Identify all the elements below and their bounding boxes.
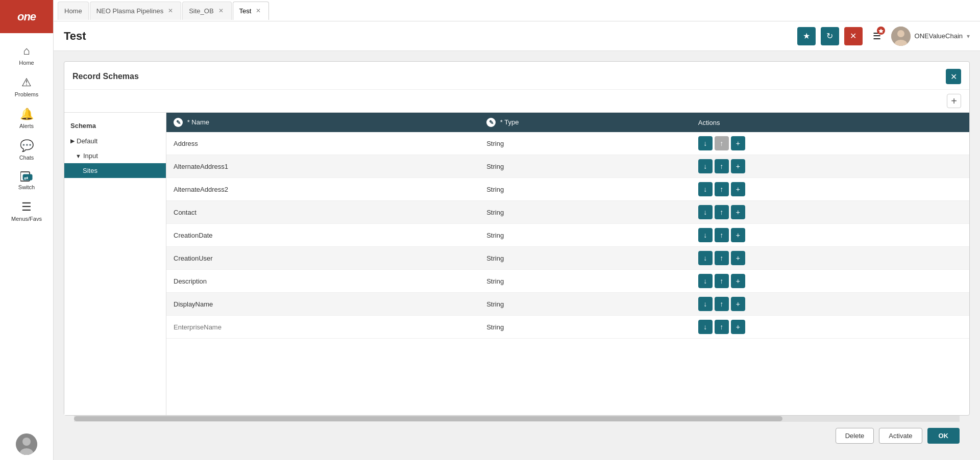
horizontal-scrollbar[interactable] [74, 416, 960, 422]
add-field-button[interactable]: + [731, 228, 745, 242]
table-row: ContactString↓↑+ [166, 201, 969, 224]
move-up-button[interactable]: ↑ [715, 274, 729, 288]
add-field-button[interactable]: + [731, 274, 745, 288]
field-name-cell: CreationUser [166, 247, 479, 270]
fields-table: ✎ * Name ✎ * Type Actions [166, 113, 969, 339]
panel-close-button[interactable]: ✕ [946, 69, 961, 84]
tree-item-default[interactable]: ▶ Default [64, 134, 166, 148]
move-down-button[interactable]: ↓ [698, 251, 713, 265]
add-field-button[interactable]: + [731, 136, 745, 150]
tab-test-label: Test [239, 7, 252, 15]
schema-layout: Schema ▶ Default ▼ Input Sites [64, 112, 969, 415]
tab-home-label: Home [64, 7, 82, 15]
table-row: DisplayNameString↓↑+ [166, 293, 969, 316]
move-down-button[interactable]: ↓ [698, 205, 713, 219]
panel-title: Record Schemas [72, 72, 139, 81]
move-up-button[interactable]: ↑ [715, 159, 729, 173]
move-down-button[interactable]: ↓ [698, 182, 713, 196]
move-up-button[interactable]: ↑ [715, 297, 729, 311]
star-button[interactable]: ★ [797, 27, 816, 45]
scroll-thumb[interactable] [74, 416, 782, 421]
table-header-row: ✎ * Name ✎ * Type Actions [166, 113, 969, 132]
tab-neo-close[interactable]: ✕ [166, 7, 175, 15]
avatar[interactable] [16, 433, 37, 455]
table-row: DescriptionString↓↑+ [166, 270, 969, 293]
add-field-button[interactable]: + [731, 205, 745, 219]
footer-buttons: Delete Activate OK [64, 422, 970, 450]
field-type-cell: String [479, 293, 691, 316]
logo[interactable]: one [0, 0, 53, 33]
field-name-cell: EnterpriseName [166, 316, 479, 339]
tab-test-close[interactable]: ✕ [254, 7, 262, 15]
tab-home[interactable]: Home [58, 2, 89, 20]
close-button[interactable]: ✕ [844, 27, 863, 45]
move-down-button[interactable]: ↓ [698, 274, 713, 288]
move-down-button[interactable]: ↓ [698, 320, 713, 334]
fields-table-wrap: ✎ * Name ✎ * Type Actions [166, 113, 969, 415]
ok-button[interactable]: OK [927, 428, 960, 444]
move-down-button[interactable]: ↓ [698, 136, 713, 150]
field-name-cell: AlternateAddress1 [166, 155, 479, 178]
tree-item-label: Default [77, 137, 97, 145]
move-up-button[interactable]: ↑ [715, 320, 729, 334]
tree-item-label: Sites [83, 167, 97, 174]
table-row: CreationUserString↓↑+ [166, 247, 969, 270]
add-field-button[interactable]: + [731, 297, 745, 311]
tab-neo[interactable]: NEO Plasma Pipelines ✕ [90, 2, 182, 20]
table-row: CreationDateString↓↑+ [166, 224, 969, 247]
add-field-button[interactable]: + [731, 251, 745, 265]
bell-icon: 🔔 [20, 108, 34, 121]
sidebar-item-alerts[interactable]: 🔔 Alerts [0, 101, 53, 133]
delete-button[interactable]: Delete [836, 428, 874, 444]
add-field-button[interactable]: + [731, 182, 745, 196]
tree-item-label: Input [83, 152, 98, 160]
schema-tree-header: Schema [64, 118, 166, 134]
panel-header: Record Schemas ✕ [64, 62, 969, 90]
activate-button[interactable]: Activate [879, 428, 922, 444]
tab-site-ob-close[interactable]: ✕ [217, 7, 225, 15]
field-name-cell: CreationDate [166, 224, 479, 247]
svg-point-4 [22, 438, 31, 446]
tree-item-input[interactable]: ▼ Input [64, 148, 166, 163]
tree-item-sites[interactable]: Sites [64, 163, 166, 178]
name-col-icon: ✎ [174, 118, 183, 127]
field-actions-cell: ↓↑+ [691, 293, 969, 316]
field-name-cell: Contact [166, 201, 479, 224]
menu-icon: ☰ [21, 200, 32, 214]
field-name-cell: AlternateAddress2 [166, 178, 479, 201]
sidebar-item-home[interactable]: ⌂ Home [0, 38, 53, 70]
refresh-button[interactable]: ↻ [821, 27, 839, 45]
type-col-icon: ✎ [486, 118, 496, 127]
col-name-label: * Name [187, 118, 209, 126]
tab-site-ob[interactable]: Site_OB ✕ [182, 2, 231, 20]
switch-icon: ⇄ [20, 171, 33, 182]
tree-expand-arrow: ▶ [70, 138, 75, 144]
sidebar-item-problems[interactable]: ⚠ Problems [0, 70, 53, 101]
content-area: Record Schemas ✕ + Schema ▶ Default ▼ In… [54, 51, 980, 460]
field-type-cell: String [479, 316, 691, 339]
warning-icon: ⚠ [21, 76, 32, 89]
field-type-cell: String [479, 132, 691, 155]
sidebar-item-chats[interactable]: 💬 Chats [0, 133, 53, 165]
panel: Record Schemas ✕ + Schema ▶ Default ▼ In… [64, 61, 970, 416]
sidebar-item-menus[interactable]: ☰ Menus/Favs [0, 194, 53, 226]
field-actions-cell: ↓↑+ [691, 247, 969, 270]
move-up-button[interactable]: ↑ [715, 205, 729, 219]
move-up-button[interactable]: ↑ [715, 251, 729, 265]
notification-btn-wrap[interactable]: ☰ [871, 29, 883, 44]
move-up-button[interactable]: ↑ [715, 182, 729, 196]
header-right: ★ ↻ ✕ ☰ ONEValueChain ▾ [797, 27, 970, 46]
user-profile[interactable]: ONEValueChain ▾ [891, 27, 970, 46]
sidebar-item-switch[interactable]: ⇄ Switch [0, 165, 53, 194]
add-field-button[interactable]: + [731, 320, 745, 334]
sidebar-item-label: Chats [19, 155, 34, 161]
schema-tree: Schema ▶ Default ▼ Input Sites [64, 113, 166, 415]
move-down-button[interactable]: ↓ [698, 297, 713, 311]
tab-test[interactable]: Test ✕ [233, 2, 270, 20]
fields-tbody: AddressString↓↑+AlternateAddress1String↓… [166, 132, 969, 339]
move-down-button[interactable]: ↓ [698, 159, 713, 173]
move-down-button[interactable]: ↓ [698, 228, 713, 242]
move-up-button[interactable]: ↑ [715, 228, 729, 242]
panel-add-button[interactable]: + [947, 94, 961, 108]
add-field-button[interactable]: + [731, 159, 745, 173]
